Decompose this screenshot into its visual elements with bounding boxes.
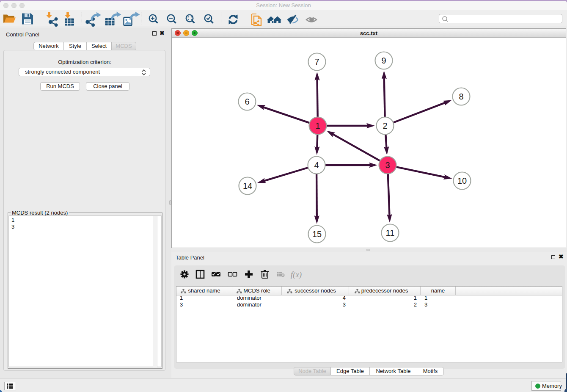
svg-text:4: 4 (314, 160, 319, 170)
svg-text:9: 9 (381, 56, 386, 65)
svg-text:7: 7 (314, 57, 319, 66)
svg-text:3: 3 (385, 160, 390, 170)
svg-text:14: 14 (243, 181, 252, 190)
svg-text:11: 11 (386, 228, 395, 237)
svg-text:1: 1 (315, 121, 320, 130)
svg-text:15: 15 (312, 229, 322, 239)
svg-text:6: 6 (245, 97, 249, 106)
svg-text:10: 10 (457, 176, 467, 185)
svg-text:8: 8 (459, 92, 463, 101)
svg-text:2: 2 (383, 121, 387, 130)
svg-text:f(x): f(x) (291, 270, 302, 279)
